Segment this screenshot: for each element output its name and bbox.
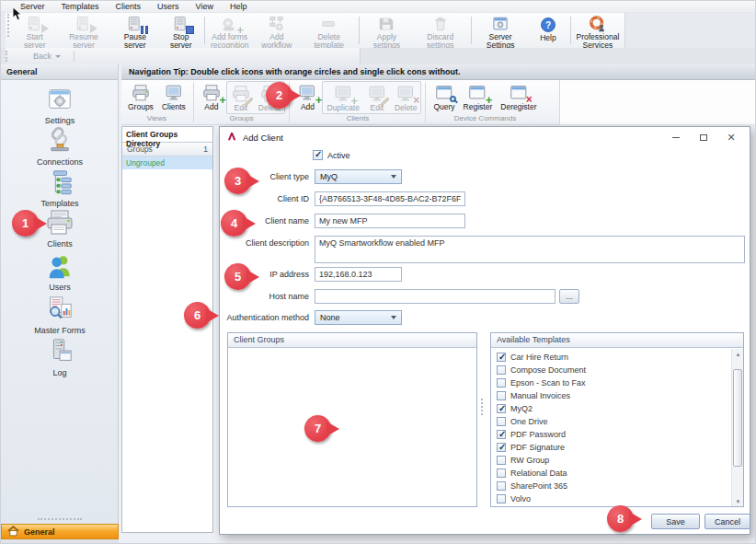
sidebar-splitter[interactable] xyxy=(38,518,82,520)
clients-delete-button[interactable]: × Delete xyxy=(391,82,421,113)
template-row[interactable]: RW Group xyxy=(491,454,730,467)
delete-template-button[interactable]: Delete template xyxy=(301,14,357,47)
template-row[interactable]: SharePoint 365 xyxy=(491,480,730,492)
discard-settings-button[interactable]: Discard settings xyxy=(412,14,469,47)
host-name-input[interactable] xyxy=(315,289,556,304)
template-label: Relational Data xyxy=(510,469,567,478)
deregister-button[interactable]: × Deregister xyxy=(497,81,540,112)
template-row[interactable]: Volvo xyxy=(491,492,730,505)
available-templates-title: Available Templates xyxy=(491,333,743,348)
views-clients-button[interactable]: Clients xyxy=(158,81,189,112)
group-row-ungrouped[interactable]: Ungrouped xyxy=(122,156,212,169)
template-checkbox[interactable] xyxy=(497,404,506,413)
client-type-select[interactable]: MyQ xyxy=(315,169,402,184)
toolbar-separator xyxy=(204,17,205,44)
save-button[interactable]: Save xyxy=(651,514,700,529)
help-icon: ? xyxy=(539,15,557,34)
host-name-browse-button[interactable]: ... xyxy=(559,289,579,304)
template-row[interactable]: One Drive xyxy=(491,415,730,428)
groups-column-header[interactable]: Groups 1 xyxy=(122,143,212,156)
template-checkbox[interactable] xyxy=(497,456,506,465)
query-button[interactable]: Query xyxy=(430,81,458,112)
template-label: Compose Document xyxy=(510,365,586,375)
resume-server-button[interactable]: Resume server xyxy=(56,14,110,47)
annotation-6: 6 xyxy=(184,302,211,329)
menu-view[interactable]: View xyxy=(188,1,222,13)
back-button[interactable]: Back xyxy=(11,52,68,61)
template-checkbox[interactable] xyxy=(497,353,506,362)
template-checkbox[interactable] xyxy=(497,469,506,478)
clients-edit-button[interactable]: Edit xyxy=(363,82,391,113)
sidebar-item-users[interactable]: Users xyxy=(1,252,119,292)
template-row[interactable]: Manual Invoices xyxy=(491,389,730,402)
auth-method-select[interactable]: None xyxy=(315,310,402,325)
maximize-icon[interactable] xyxy=(692,130,716,145)
backbar-grip[interactable] xyxy=(6,51,7,63)
groups-edit-button[interactable]: Edit xyxy=(227,82,255,113)
clients-actions-box: + Duplicate Edit × xyxy=(322,81,421,114)
client-id-input[interactable] xyxy=(315,191,465,206)
sidebar-item-templates[interactable]: Templates xyxy=(1,168,119,208)
client-description-label: Client description xyxy=(221,238,309,248)
toolbar-separator xyxy=(471,17,472,44)
active-checkbox[interactable] xyxy=(313,150,323,160)
template-checkbox[interactable] xyxy=(497,391,506,400)
groups-add-button[interactable]: + Add xyxy=(198,81,225,112)
scrollbar-thumb[interactable] xyxy=(733,369,742,467)
register-button[interactable]: + Register xyxy=(460,81,497,112)
add-workflow-button[interactable]: Add workflow xyxy=(252,14,301,47)
apply-settings-button[interactable]: Apply settings xyxy=(361,14,412,47)
menu-clients[interactable]: Clients xyxy=(108,1,150,13)
scroll-up-icon[interactable]: ▲ xyxy=(732,349,744,359)
sidebar-item-master-forms[interactable]: Master Forms xyxy=(1,295,119,335)
template-row[interactable]: Compose Document xyxy=(491,364,730,376)
toolbar-grip[interactable] xyxy=(7,14,9,37)
resume-server-icon xyxy=(74,15,93,33)
minimize-icon[interactable] xyxy=(664,130,688,145)
panel-splitter[interactable] xyxy=(481,399,483,415)
menu-help[interactable]: Help xyxy=(222,1,256,13)
auth-method-row: Authentication method None xyxy=(221,310,402,325)
template-row[interactable]: PDF Signature xyxy=(491,441,730,454)
clients-duplicate-button[interactable]: + Duplicate xyxy=(323,82,362,113)
template-checkbox[interactable] xyxy=(497,417,506,426)
template-checkbox[interactable] xyxy=(497,378,506,388)
dialog-titlebar[interactable]: Add Client ✕ xyxy=(220,127,750,147)
sidebar-footer-general[interactable]: General xyxy=(1,524,119,539)
pause-server-button[interactable]: Pause server xyxy=(111,14,160,47)
template-row[interactable]: MyQ2 xyxy=(491,402,730,415)
professional-services-button[interactable]: Professional Services xyxy=(573,14,623,47)
stop-server-button[interactable]: Stop server xyxy=(159,14,202,47)
template-checkbox[interactable] xyxy=(497,430,506,439)
views-groups-button[interactable]: Groups xyxy=(124,81,157,112)
client-name-input[interactable] xyxy=(315,214,465,228)
menu-templates[interactable]: Templates xyxy=(53,1,108,13)
scroll-down-icon[interactable]: ▼ xyxy=(732,496,744,506)
template-label: SharePoint 365 xyxy=(510,481,567,491)
server-settings-button[interactable]: Server Settings xyxy=(473,14,528,47)
cancel-button[interactable]: Cancel xyxy=(704,514,750,529)
client-description-input[interactable]: MyQ Smartworkflow enabled MFP xyxy=(315,236,745,263)
back-toolbar-band: Back xyxy=(6,48,361,64)
ip-address-input[interactable] xyxy=(315,267,402,282)
annotation-1: 1 xyxy=(12,210,39,237)
template-row[interactable]: PDF Password xyxy=(491,428,730,441)
add-forms-recognition-button[interactable]: + Add forms recognition xyxy=(207,14,252,47)
template-row[interactable]: Car Hire Return xyxy=(491,351,730,364)
template-checkbox[interactable] xyxy=(497,481,506,491)
menu-users[interactable]: Users xyxy=(149,1,188,13)
start-server-icon xyxy=(26,15,44,33)
sidebar-footer-label: General xyxy=(24,527,55,537)
template-checkbox[interactable] xyxy=(497,494,506,503)
template-row[interactable]: Relational Data xyxy=(491,467,730,480)
template-checkbox[interactable] xyxy=(497,443,506,452)
template-row[interactable]: Epson - Scan to Fax xyxy=(491,376,730,389)
template-checkbox[interactable] xyxy=(497,365,506,375)
templates-scrollbar[interactable]: ▲ ▼ xyxy=(731,349,743,506)
close-icon[interactable]: ✕ xyxy=(719,130,743,145)
sidebar-item-label: Users xyxy=(49,283,71,292)
sidebar-item-connections[interactable]: Connections xyxy=(1,127,119,167)
sidebar-item-log[interactable]: Log xyxy=(1,338,119,377)
sidebar-item-settings[interactable]: Settings xyxy=(1,86,119,125)
help-button[interactable]: ? Help xyxy=(528,14,568,47)
